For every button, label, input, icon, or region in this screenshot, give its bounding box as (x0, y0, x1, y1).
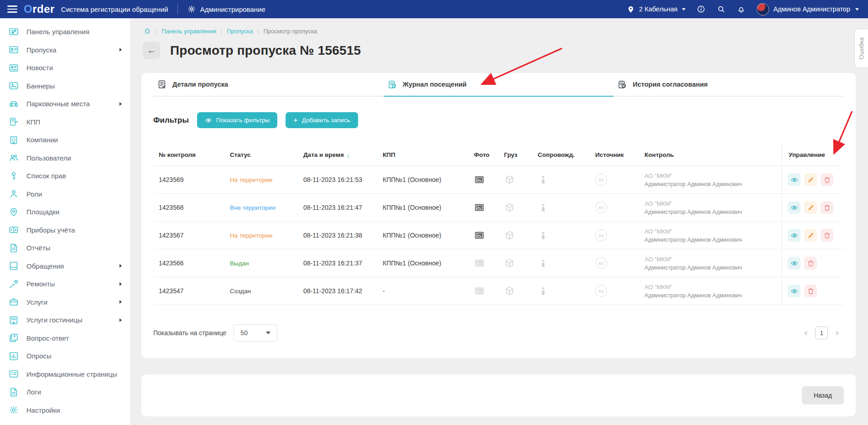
sidebar-item-meter[interactable]: Приборы учёта (0, 221, 130, 239)
sidebar-item-users[interactable]: Пользователи (0, 149, 130, 167)
sidebar-item-report[interactable]: Отчёты (0, 239, 130, 257)
photo-icon[interactable] (474, 258, 485, 269)
sidebar-item-settings[interactable]: Настройки (0, 401, 130, 420)
sidebar-item-label: Информационные страницы (26, 370, 123, 378)
prev-page-button[interactable]: ‹ (804, 328, 808, 338)
poll-icon (8, 351, 19, 362)
control-number-cell: 1423567 (153, 232, 224, 239)
back-button[interactable]: ← (143, 42, 160, 59)
sidebar-item-label: Логи (26, 388, 123, 396)
eye-icon (790, 204, 798, 212)
cargo-icon (504, 258, 515, 269)
photo-icon[interactable] (474, 174, 485, 185)
view-button[interactable] (788, 173, 800, 186)
requests-icon (8, 260, 19, 271)
chevron-right-icon (120, 282, 122, 286)
search-icon[interactable] (717, 5, 726, 14)
cargo-icon (504, 174, 515, 185)
view-button[interactable] (788, 285, 800, 297)
location-selector[interactable]: 2 Кабельная (626, 5, 686, 14)
sidebar-item-location[interactable]: Площадки (0, 203, 130, 221)
sidebar-item-parking[interactable]: Парковочные места (0, 95, 130, 113)
current-page-button[interactable]: 1 (815, 327, 828, 339)
sidebar-item-pass-card[interactable]: Пропуска (0, 41, 130, 59)
kpp-cell: КПП№1 (Основное) (377, 176, 468, 183)
sidebar-item-banner[interactable]: Баннеры (0, 77, 130, 95)
delete-button[interactable] (821, 229, 833, 242)
add-record-button[interactable]: + Добавить запись (286, 112, 358, 128)
eye-icon (790, 176, 798, 184)
sidebar-item-logs[interactable]: Логи (0, 383, 130, 401)
sidebar-item-news[interactable]: Новости (0, 59, 130, 77)
chevron-right-icon (120, 102, 122, 106)
info-icon[interactable] (696, 5, 706, 14)
delete-button[interactable] (804, 257, 817, 270)
breadcrumb: | Панель управления | Пропуска | Просмот… (130, 18, 868, 35)
sidebar-item-info-pages[interactable]: Информационные страницы (0, 365, 130, 384)
sidebar-item-poll[interactable]: Опросы (0, 347, 130, 365)
cargo-icon (504, 202, 515, 213)
home-icon[interactable] (144, 27, 151, 35)
datetime-cell: 08-11-2023 16:17:42 (298, 287, 377, 295)
manage-cell (782, 249, 844, 277)
sidebar-item-key[interactable]: Список прав (0, 167, 130, 185)
sidebar-item-role[interactable]: Роли (0, 185, 130, 203)
user-menu[interactable]: Админов Администратор (757, 3, 859, 16)
view-button[interactable] (788, 201, 800, 214)
next-page-button[interactable]: › (835, 328, 839, 338)
sidebar-item-faq[interactable]: Вопрос-ответ (0, 329, 130, 347)
location-label: 2 Кабельная (639, 5, 677, 13)
view-button[interactable] (788, 229, 800, 242)
pencil-icon (807, 204, 815, 212)
manage-cell (782, 277, 844, 305)
users-icon (8, 152, 19, 163)
sidebar-item-services[interactable]: Услуги (0, 293, 130, 311)
per-page-select[interactable]: 50 (234, 324, 277, 342)
show-filters-button[interactable]: Показать фильтры (197, 112, 277, 128)
table-header: № контроля Статус Дата и время ↓ КПП Фот… (153, 144, 844, 166)
sidebar-item-checkpoint[interactable]: КПП (0, 113, 130, 131)
error-report-tab[interactable]: Ошибка (854, 29, 868, 68)
photo-icon[interactable] (474, 202, 485, 213)
escort-icon (538, 202, 549, 213)
column-datetime[interactable]: Дата и время ↓ (298, 144, 377, 166)
hotel-icon (8, 315, 19, 326)
photo-icon[interactable] (474, 285, 485, 296)
trash-icon (807, 259, 815, 267)
control-cell: АО "МКМ" Администратор Админов Админович (639, 251, 782, 275)
sidebar-item-repair[interactable]: Ремонты (0, 275, 130, 293)
photo-icon[interactable] (474, 230, 485, 241)
delete-button[interactable] (804, 285, 817, 297)
edit-button[interactable] (804, 201, 817, 214)
delete-button[interactable] (821, 201, 833, 214)
sidebar-item-label: Пропуска (26, 46, 112, 54)
sidebar-item-label: Площадки (26, 208, 123, 216)
edit-button[interactable] (804, 173, 817, 186)
sort-desc-icon[interactable]: ↓ (347, 151, 350, 159)
tab-pass-details[interactable]: Детали пропуска (153, 73, 384, 97)
trash-icon (823, 204, 831, 212)
chevron-right-icon (120, 300, 122, 304)
nazad-button[interactable]: Назад (802, 386, 844, 404)
tab-visit-log[interactable]: Журнал посещений (384, 73, 614, 97)
breadcrumb-link-dashboard[interactable]: Панель управления (161, 28, 216, 35)
plus-icon: + (293, 116, 298, 124)
sidebar-item-company[interactable]: Компании (0, 131, 130, 149)
sidebar-item-dashboard[interactable]: Панель управления (0, 23, 130, 41)
breadcrumb-link-passes[interactable]: Пропуска (227, 28, 253, 35)
trash-icon (823, 176, 831, 184)
sidebar-item-hotel[interactable]: Услуги гостиницы (0, 311, 130, 329)
notifications-bell-icon[interactable] (737, 5, 746, 14)
location-pin-icon (626, 5, 635, 14)
view-button[interactable] (788, 257, 800, 270)
delete-button[interactable] (821, 173, 833, 186)
avatar (757, 3, 769, 16)
tab-approval-history[interactable]: История согласования (613, 73, 844, 97)
kpp-cell: КПП№1 (Основное) (377, 232, 468, 239)
edit-button[interactable] (804, 229, 817, 242)
menu-toggle-button[interactable] (7, 5, 17, 13)
pass-card-icon (8, 44, 19, 55)
admin-section-link[interactable]: Администрирование (187, 5, 265, 14)
sidebar-item-requests[interactable]: Обращения (0, 257, 130, 275)
kpp-cell: КПП№1 (Основное) (377, 204, 468, 211)
